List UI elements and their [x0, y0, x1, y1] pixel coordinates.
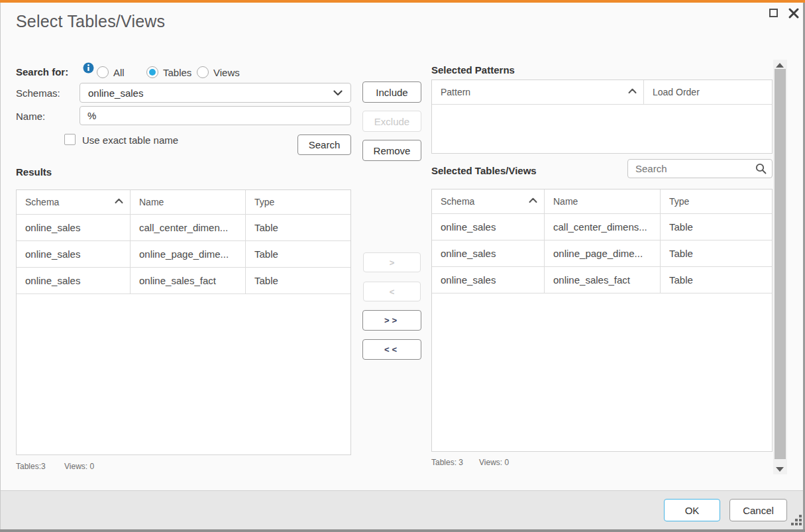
table-row[interactable]: online_sales online_sales_fact Table [432, 267, 772, 293]
selected-tables-count: Tables: 3 [431, 458, 463, 467]
include-button[interactable]: Include [362, 81, 421, 103]
table-row[interactable]: online_sales online_page_dime... Table [432, 240, 772, 267]
radio-views[interactable]: Views [197, 66, 240, 78]
selected-search-wrap [627, 159, 773, 178]
remove-button[interactable]: Remove [362, 140, 421, 161]
move-all-right-button[interactable]: >> [362, 310, 421, 331]
resize-grip[interactable] [790, 514, 802, 526]
results-col-schema[interactable]: Schema [17, 190, 131, 214]
results-heading: Results [16, 166, 52, 178]
sort-asc-icon [628, 88, 637, 94]
schemas-select-value: online_sales [88, 87, 143, 99]
patterns-header-row: Pattern Load Order [432, 80, 772, 105]
radio-views-label: Views [213, 67, 240, 78]
patterns-col-pattern[interactable]: Pattern [432, 80, 644, 104]
radio-all-label: All [113, 67, 125, 78]
radio-all-circle [97, 66, 109, 78]
radio-all[interactable]: All [97, 66, 125, 78]
exact-name-checkbox-label[interactable]: Use exact table name [82, 134, 178, 146]
search-button[interactable]: Search [297, 134, 351, 155]
search-for-label: Search for: [16, 66, 68, 78]
table-row[interactable]: online_sales call_center_dimen... Table [17, 215, 350, 241]
table-row[interactable]: online_sales online_sales_fact Table [17, 268, 350, 294]
scrollbar-thumb[interactable] [775, 69, 786, 459]
close-icon[interactable] [787, 7, 800, 20]
table-row[interactable]: online_sales call_center_dimens... Table [432, 214, 772, 240]
results-col-type[interactable]: Type [246, 190, 350, 214]
ok-button[interactable]: OK [664, 499, 720, 521]
maximize-icon[interactable] [769, 9, 778, 17]
selected-patterns-heading: Selected Patterns [431, 64, 515, 76]
sort-asc-icon [529, 197, 537, 203]
selected-views-count: Views: 0 [479, 458, 509, 467]
info-icon[interactable] [83, 62, 94, 74]
select-tables-views-dialog: Select Tables/Views Search for: All Tabl… [0, 0, 805, 532]
radio-views-circle [197, 66, 209, 78]
move-right-button: > [363, 252, 421, 272]
exclude-button: Exclude [362, 111, 421, 132]
sort-asc-icon [115, 198, 123, 204]
selected-tables-table: Schema Name Type online_sales call_cente… [431, 189, 773, 452]
results-views-count: Views: 0 [64, 462, 94, 471]
results-tables-count: Tables:3 [16, 462, 46, 471]
selected-col-name[interactable]: Name [545, 189, 661, 213]
chevron-down-icon [333, 90, 343, 96]
cancel-button[interactable]: Cancel [729, 499, 787, 521]
results-table: Schema Name Type online_sales call_cente… [16, 189, 351, 455]
scroll-up-icon[interactable] [776, 63, 784, 68]
window-border-left [0, 3, 1, 532]
exact-name-checkbox[interactable] [64, 134, 76, 145]
selected-tables-heading: Selected Tables/Views [431, 165, 537, 176]
radio-tables[interactable]: Tables [146, 66, 191, 78]
move-left-button: < [363, 282, 421, 301]
radio-tables-label: Tables [163, 67, 191, 78]
selected-col-type[interactable]: Type [661, 189, 772, 213]
search-icon[interactable] [755, 163, 767, 174]
patterns-col-load-order[interactable]: Load Order [644, 80, 772, 104]
selected-col-schema[interactable]: Schema [432, 189, 545, 213]
selected-patterns-table: Pattern Load Order [431, 80, 773, 154]
scroll-down-icon[interactable] [776, 467, 784, 472]
search-input[interactable] [627, 159, 773, 178]
window-top-accent [0, 0, 805, 3]
selected-header-row: Schema Name Type [432, 189, 772, 214]
results-header-row: Schema Name Type [17, 190, 350, 215]
move-all-left-button[interactable]: << [362, 339, 421, 360]
table-row[interactable]: online_sales online_page_dime... Table [17, 241, 350, 268]
name-label: Name: [16, 111, 45, 122]
radio-tables-circle [146, 66, 158, 78]
window-border-bottom [0, 529, 805, 532]
name-input[interactable] [80, 106, 351, 125]
schemas-label: Schemas: [16, 87, 60, 99]
results-col-name[interactable]: Name [131, 190, 246, 214]
page-title: Select Tables/Views [16, 12, 165, 31]
schemas-select[interactable]: online_sales [80, 83, 351, 103]
